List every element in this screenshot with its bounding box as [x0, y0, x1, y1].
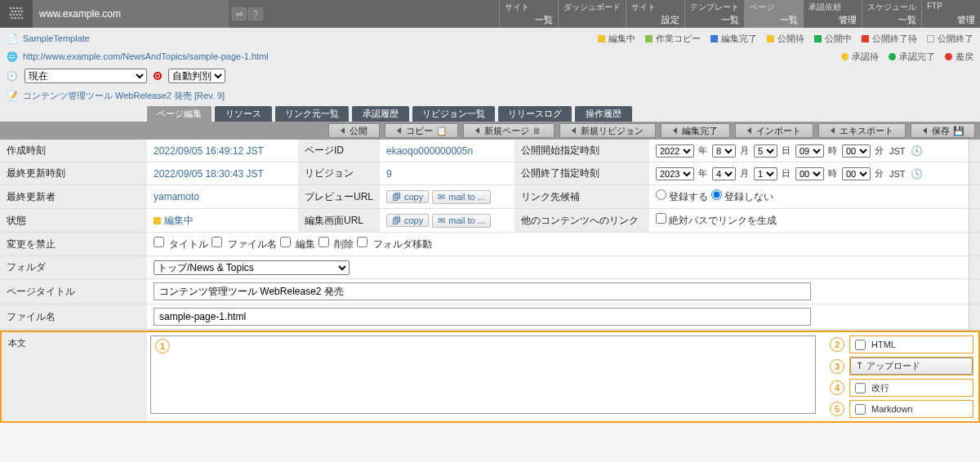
br-checkbox-row[interactable]: 改行: [849, 379, 973, 397]
url-tool-icons: ⇄ ?: [229, 0, 266, 28]
otherlink-value: 絶対パスでリンクを生成: [649, 209, 969, 233]
body-textarea[interactable]: [150, 335, 816, 414]
help-icon[interactable]: ?: [248, 7, 263, 20]
annotation-3: 3: [830, 359, 844, 374]
pubstart-month[interactable]: 8: [712, 144, 736, 158]
lock-title[interactable]: タイトル: [154, 237, 208, 251]
tab-revisions[interactable]: リビジョン一覧: [412, 106, 495, 122]
markdown-checkbox-row[interactable]: Markdown: [849, 400, 973, 418]
created-value: 2022/09/05 16:49:12 JST: [147, 140, 298, 162]
svg-point-11: [20, 14, 22, 16]
page-url: http://www.example.com/NewsAndTopics/sam…: [23, 51, 269, 61]
svg-point-7: [21, 11, 24, 13]
editurl-actions: 🗐copy ✉mail to ...: [380, 209, 514, 233]
editurl-copy-button[interactable]: 🗐copy: [386, 214, 429, 227]
pubend-year[interactable]: 2023: [656, 167, 694, 180]
preview-mailto-button[interactable]: ✉mail to ...: [432, 190, 491, 204]
page-title-input[interactable]: [154, 282, 811, 300]
body-row: 本文 1 2 HTML 3 ⤒アップロード 4 改行 5 Markdown: [0, 330, 980, 423]
pubstart-label: 公開開始指定時刻: [514, 140, 649, 162]
pubstart-hour[interactable]: 09: [795, 144, 824, 158]
pubend-label: 公開終了指定時刻: [514, 162, 649, 185]
top-tab-ftp[interactable]: FTP管理: [921, 0, 980, 28]
top-tab-approvals[interactable]: 承認依頼管理: [803, 0, 862, 28]
mail-icon: ✉: [438, 215, 445, 226]
swap-icon[interactable]: ⇄: [232, 7, 247, 20]
time-select[interactable]: 現在: [24, 69, 147, 83]
import-button[interactable]: インポート: [735, 123, 813, 138]
upload-button[interactable]: ⤒アップロード: [850, 358, 973, 375]
lock-filename[interactable]: ファイル名: [212, 237, 276, 251]
record-icon: [154, 72, 162, 80]
reg-no[interactable]: 登録しない: [711, 189, 773, 204]
updated-label: 最終更新時刻: [0, 162, 147, 185]
top-tab-dashboard[interactable]: ダッシュボード: [558, 0, 626, 28]
page-icon: 📝: [7, 90, 18, 101]
editurl-mailto-button[interactable]: ✉mail to ...: [432, 214, 491, 228]
top-tab-site-list[interactable]: サイト一覧: [499, 0, 558, 28]
top-tab-site-settings[interactable]: サイト設定: [626, 0, 684, 28]
page-title-label: ページタイトル: [0, 279, 147, 304]
status-legend: 編集中 作業コピー 編集完了 公開待 公開中 公開終了待 公開終了: [598, 33, 973, 45]
edit-done-button[interactable]: 編集完了: [661, 123, 730, 138]
tab-link-src[interactable]: リンク元一覧: [275, 106, 349, 122]
filename-input[interactable]: [154, 308, 811, 326]
lock-edit[interactable]: 編集: [280, 237, 315, 251]
pubstart-year[interactable]: 2022: [656, 144, 694, 158]
html-checkbox-row[interactable]: HTML: [849, 335, 973, 353]
rev-value: 9: [380, 162, 514, 185]
tab-approval-hist[interactable]: 承認履歴: [352, 106, 409, 122]
tab-release-log[interactable]: リリースログ: [498, 106, 572, 122]
top-tab-pages[interactable]: ページ一覧: [744, 0, 803, 28]
copy-button[interactable]: コピー📋: [385, 123, 458, 138]
updated-value: 2022/09/05 18:30:43 JST: [147, 162, 298, 185]
abs-path-checkbox[interactable]: 絶対パスでリンクを生成: [656, 213, 777, 228]
annotation-1: 1: [155, 339, 170, 353]
lock-delete[interactable]: 削除: [318, 237, 354, 251]
svg-point-15: [21, 17, 24, 20]
save-button[interactable]: 保存💾: [911, 123, 975, 138]
rev-label: リビジョン: [298, 162, 380, 185]
status-label: 状態: [0, 209, 147, 233]
updater-value: yamamoto: [147, 185, 298, 209]
pubstart-day[interactable]: 5: [754, 144, 777, 158]
updater-label: 最終更新者: [0, 185, 147, 209]
top-tab-templates[interactable]: テンプレート一覧: [684, 0, 744, 28]
linkcand-label: リンク先候補: [514, 185, 649, 209]
export-button[interactable]: エキスポート: [818, 123, 906, 138]
tab-resource[interactable]: リソース: [215, 106, 272, 122]
publish-button[interactable]: 公開: [328, 123, 380, 138]
metadata-grid: 作成時刻 2022/09/05 16:49:12 JST ページID ekaoq…: [0, 140, 980, 330]
new-revision-button[interactable]: 新規リビジョン: [559, 123, 656, 138]
clipboard-icon: 📋: [436, 126, 446, 135]
filename-label: ファイル名: [0, 304, 147, 330]
encoding-select[interactable]: 自動判別: [168, 69, 225, 83]
top-tab-schedule[interactable]: スケジュール一覧: [862, 0, 921, 28]
pageid-value: ekaoqo000000005n: [380, 140, 514, 162]
tab-op-hist[interactable]: 操作履歴: [575, 106, 632, 122]
preview-copy-button[interactable]: 🗐copy: [386, 190, 429, 203]
clock-icon[interactable]: 🕓: [911, 145, 923, 157]
pubstart-min[interactable]: 00: [842, 144, 871, 158]
new-page-button[interactable]: 新規ページ🗎: [463, 123, 555, 138]
folder-select[interactable]: トップ/News & Topics: [154, 260, 350, 275]
upload-icon: ⤒: [856, 361, 863, 371]
otherlink-label: 他のコンテンツへのリンク: [514, 209, 649, 233]
top-nav: サイト一覧 ダッシュボード サイト設定 テンプレート一覧 ページ一覧 承認依頼管…: [499, 0, 980, 28]
copy-icon: 🗐: [392, 215, 401, 225]
lock-checks: タイトル ファイル名 編集 削除 フォルダ移動: [147, 233, 969, 256]
pubend-month[interactable]: 4: [712, 167, 736, 180]
annotation-2: 2: [830, 337, 844, 352]
clock-icon[interactable]: 🕓: [911, 168, 923, 180]
pubend-day[interactable]: 1: [754, 167, 777, 180]
pubend-hour[interactable]: 00: [795, 167, 824, 180]
lock-foldermove[interactable]: フォルダ移動: [357, 237, 431, 251]
site-url: www.example.com: [33, 0, 229, 28]
template-name: SampleTemplate: [23, 33, 90, 43]
pubstart-controls: 2022年 8月 5日 09時 00分 JST🕓: [649, 140, 969, 162]
reg-yes[interactable]: 登録する: [656, 189, 708, 204]
pubend-min[interactable]: 00: [842, 167, 871, 180]
body-label: 本文: [0, 331, 147, 423]
app-logo: [0, 0, 33, 28]
tab-page-edit[interactable]: ページ編集: [147, 106, 212, 122]
